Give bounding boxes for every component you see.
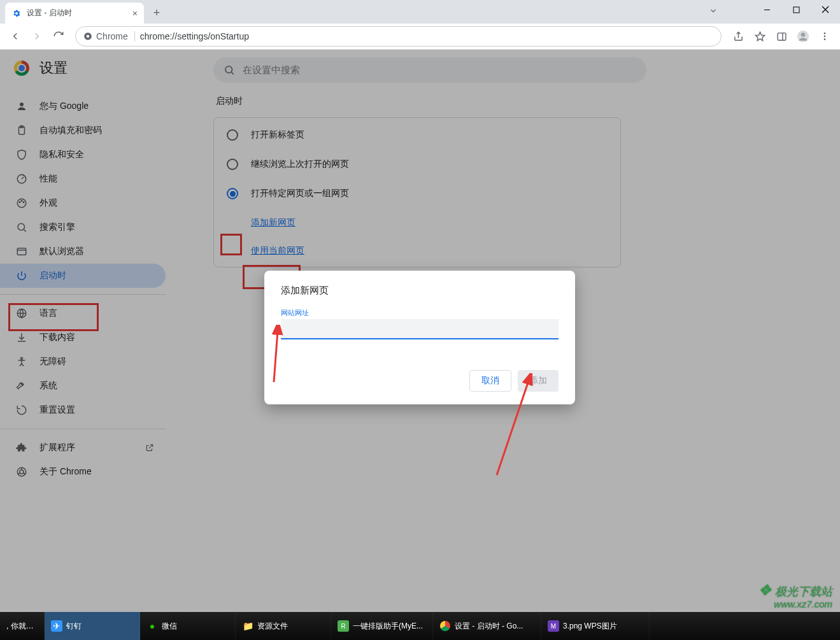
- gear-icon: [11, 8, 22, 18]
- share-button[interactable]: [728, 26, 748, 46]
- taskbar-item-explorer[interactable]: 📁资源文件: [236, 612, 331, 640]
- watermark-line1: 极光下载站: [775, 585, 832, 598]
- taskbar-item-dingtalk[interactable]: ✈钉钉: [45, 612, 140, 640]
- minimize-button[interactable]: [752, 0, 781, 19]
- new-tab-button[interactable]: +: [148, 4, 166, 22]
- tab-title: 设置 - 启动时: [27, 8, 72, 18]
- add-page-dialog: 添加新网页 网站网址 取消 添加: [264, 271, 575, 404]
- close-window-button[interactable]: [811, 0, 840, 19]
- taskbar-label: 钉钉: [66, 621, 82, 632]
- back-button[interactable]: [5, 26, 25, 46]
- svg-point-13: [824, 36, 826, 38]
- chrome-icon: [439, 620, 451, 632]
- site-url-input[interactable]: [281, 319, 559, 339]
- taskbar-item-chrome[interactable]: 设置 - 启动时 - Go...: [433, 612, 541, 640]
- taskbar-label: 资源文件: [257, 621, 288, 632]
- wps-icon: M: [548, 620, 559, 632]
- sidepanel-button[interactable]: [771, 26, 792, 46]
- add-button[interactable]: 添加: [518, 370, 559, 392]
- taskbar-label: 3.png WPS图片: [563, 621, 617, 632]
- reload-button[interactable]: [48, 26, 69, 46]
- taskbar-item-wechat[interactable]: ●微信: [140, 612, 236, 640]
- profile-button[interactable]: [793, 26, 813, 46]
- site-chip-label: Chrome: [96, 31, 128, 41]
- taskbar-item-wps[interactable]: M3.png WPS图片: [541, 612, 650, 640]
- watermark-line2: www.xz7.com: [758, 599, 832, 610]
- chrome-icon: [83, 32, 92, 41]
- windows-taskbar: , 你就知... ✈钉钉 ●微信 📁资源文件 R一键排版助手(MyE... 设置…: [0, 612, 840, 640]
- maximize-button[interactable]: [781, 0, 811, 19]
- watermark: ❖ 极光下载站 www.xz7.com: [758, 582, 832, 609]
- forward-button[interactable]: [27, 26, 47, 46]
- dialog-title: 添加新网页: [281, 285, 559, 297]
- url-text: chrome://settings/onStartup: [140, 31, 249, 41]
- window-controls: [752, 0, 840, 19]
- taskbar-item-app[interactable]: R一键排版助手(MyE...: [331, 612, 433, 640]
- taskbar-item[interactable]: , 你就知...: [0, 612, 45, 640]
- browser-titlebar: 设置 - 启动时 × +: [0, 0, 840, 24]
- taskbar-label: 微信: [162, 621, 177, 632]
- svg-rect-8: [778, 32, 786, 39]
- taskbar-label: 设置 - 启动时 - Go...: [455, 621, 523, 632]
- app-icon: R: [338, 620, 349, 632]
- browser-tab[interactable]: 设置 - 启动时 ×: [5, 3, 144, 24]
- dialog-field-label: 网站网址: [281, 308, 559, 318]
- svg-point-11: [801, 32, 806, 37]
- dingtalk-icon: ✈: [51, 620, 62, 632]
- svg-marker-7: [755, 32, 764, 40]
- address-bar[interactable]: Chrome chrome://settings/onStartup: [75, 26, 722, 46]
- svg-point-14: [824, 38, 826, 40]
- svg-point-5: [87, 35, 90, 38]
- bookmark-button[interactable]: [750, 26, 770, 46]
- taskbar-label: , 你就知...: [6, 621, 38, 632]
- svg-rect-1: [794, 7, 799, 13]
- svg-point-12: [824, 32, 826, 34]
- browser-toolbar: Chrome chrome://settings/onStartup: [0, 24, 840, 50]
- cancel-button[interactable]: 取消: [469, 370, 511, 392]
- taskbar-label: 一键排版助手(MyE...: [353, 621, 423, 632]
- wechat-icon: ●: [146, 620, 158, 632]
- close-tab-icon[interactable]: ×: [132, 8, 138, 18]
- tab-search-button[interactable]: [704, 4, 723, 17]
- menu-button[interactable]: [815, 26, 835, 46]
- folder-icon: 📁: [242, 620, 253, 632]
- site-info-chip[interactable]: Chrome: [83, 31, 135, 41]
